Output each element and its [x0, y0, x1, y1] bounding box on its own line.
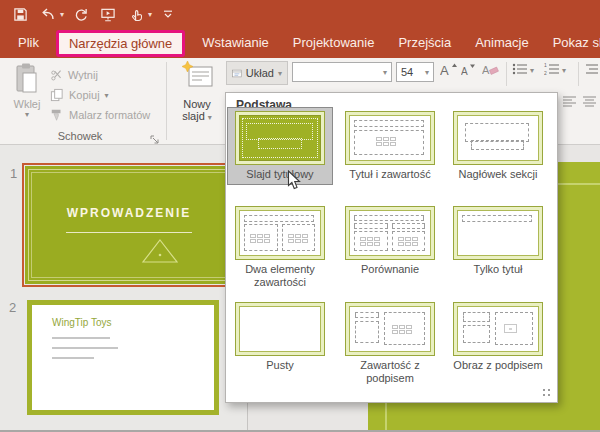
- layout-option-label: Slajd tytułowy: [228, 168, 332, 184]
- svg-text:A: A: [440, 63, 449, 77]
- slide-number: 2: [9, 300, 16, 315]
- clear-formatting-icon[interactable]: A: [482, 62, 500, 81]
- mouse-cursor: [287, 170, 301, 195]
- tab-pokaz-slajdow[interactable]: Pokaz slajdów: [541, 28, 600, 58]
- paste-dropdown-icon[interactable]: ▾: [6, 110, 48, 119]
- bullet-text-line: [52, 337, 110, 339]
- tab-narzedzia-glowne[interactable]: Narzędzia główne: [56, 30, 185, 57]
- multilevel-list-icon[interactable]: [585, 62, 599, 80]
- paste-button[interactable]: Wklej ▾: [6, 62, 48, 138]
- svg-text:1: 1: [544, 62, 547, 68]
- format-painter-button[interactable]: Malarz formatów: [50, 106, 150, 124]
- layout-option-comparison[interactable]: Porównanie: [338, 203, 442, 279]
- customize-toolbar-icon[interactable]: [156, 3, 180, 25]
- copy-button[interactable]: Kopiuj ▾: [50, 86, 109, 104]
- tab-wstawianie[interactable]: Wstawianie: [190, 28, 280, 58]
- editor-background: [248, 403, 368, 432]
- new-slide-dropdown-icon: ▾: [208, 113, 212, 122]
- copy-icon: [50, 88, 64, 102]
- align-left-icon[interactable]: [562, 94, 577, 112]
- clipboard-group-label: Schowek: [0, 130, 160, 142]
- paste-label: Wklej: [6, 98, 48, 110]
- copy-label: Kopiuj: [69, 89, 100, 101]
- layout-option-title-and-content[interactable]: Tytuł i zawartość: [338, 108, 442, 184]
- align-center-icon[interactable]: [582, 94, 597, 112]
- layout-option-label: Porównanie: [338, 263, 442, 279]
- layout-option-title-only[interactable]: Tylko tytuł: [446, 203, 550, 279]
- layout-option-label: Dwa elementy zawartości: [228, 263, 332, 292]
- layout-label: Układ: [246, 67, 274, 79]
- font-size-combobox[interactable]: 54 ▾: [396, 62, 434, 82]
- undo-dropdown-icon[interactable]: ▾: [60, 10, 64, 19]
- slide-frame-decoration: [31, 172, 227, 278]
- numbered-list-dropdown-icon[interactable]: ▾: [562, 66, 566, 75]
- slide-2-title: WingTip Toys: [52, 317, 111, 328]
- touch-mode-icon[interactable]: [124, 3, 148, 25]
- save-icon[interactable]: [8, 3, 32, 25]
- bullet-text-line: [52, 357, 94, 359]
- start-slideshow-icon[interactable]: [96, 3, 120, 25]
- ribbon-tab-bar: Plik Narzędzia główne Wstawianie Projekt…: [0, 28, 600, 58]
- layout-option-title-slide[interactable]: Slajd tytułowy: [228, 108, 332, 184]
- cut-button[interactable]: Wytnij: [50, 66, 98, 84]
- tab-animacje[interactable]: Animacje: [463, 28, 540, 58]
- slide-thumbnail-2[interactable]: WingTip Toys: [27, 300, 219, 415]
- new-slide-button[interactable]: Nowy slajd ▾: [170, 60, 224, 140]
- triangle-decoration: [140, 237, 180, 269]
- font-size-dropdown-icon[interactable]: ▾: [421, 68, 433, 77]
- bullet-text-line: [52, 347, 118, 349]
- layout-option-label: Tylko tytuł: [446, 263, 550, 279]
- slide-thumbnail-1[interactable]: WPROWADZENIE: [22, 163, 236, 287]
- layout-thumbnail: [453, 302, 543, 356]
- layout-option-picture-with-caption[interactable]: Obraz z podpisem: [446, 299, 550, 375]
- picture-placeholder-icon: [504, 324, 517, 333]
- tab-projektowanie[interactable]: Projektowanie: [281, 28, 387, 58]
- layout-option-label: Nagłówek sekcji: [446, 168, 550, 184]
- layout-thumbnail: [453, 206, 543, 260]
- layout-thumbnail: [235, 111, 325, 165]
- touch-mode-dropdown-icon[interactable]: ▾: [148, 10, 152, 19]
- layout-button[interactable]: Układ ▾: [226, 61, 288, 85]
- new-slide-label-line2: slajd: [182, 110, 205, 122]
- svg-text:A: A: [461, 66, 468, 77]
- numbered-list-icon[interactable]: 12: [544, 62, 560, 80]
- copy-dropdown-icon[interactable]: ▾: [105, 91, 109, 100]
- layout-thumbnail: [453, 111, 543, 165]
- tab-plik[interactable]: Plik: [6, 28, 51, 58]
- layout-thumbnail: [345, 302, 435, 356]
- redo-icon[interactable]: [68, 3, 92, 25]
- group-separator: [166, 62, 167, 140]
- clipboard-icon: [14, 62, 40, 94]
- slide-decoration-line: [66, 232, 192, 233]
- title-bar: ▾ ▾: [0, 0, 600, 28]
- slide-border-decoration: [558, 183, 600, 185]
- layout-option-label: Zawartość z podpisem: [338, 359, 442, 388]
- layout-option-two-content[interactable]: Dwa elementy zawartości: [228, 203, 332, 292]
- editor-background: [558, 145, 600, 162]
- layout-thumbnail: [345, 111, 435, 165]
- bullet-list-icon[interactable]: [512, 62, 528, 80]
- layout-option-label: Tytuł i zawartość: [338, 168, 442, 184]
- current-slide-edge: [558, 162, 600, 432]
- shrink-font-icon[interactable]: A: [461, 62, 477, 81]
- command-separator: [506, 62, 507, 86]
- resize-grip[interactable]: [543, 389, 551, 397]
- tab-przejscia[interactable]: Przejścia: [386, 28, 463, 58]
- svg-text:A: A: [482, 64, 490, 76]
- undo-icon[interactable]: [36, 3, 60, 25]
- layout-option-label: Obraz z podpisem: [446, 359, 550, 375]
- grow-font-icon[interactable]: A: [440, 62, 458, 81]
- cut-label: Wytnij: [68, 69, 98, 81]
- layout-option-section-header[interactable]: Nagłówek sekcji: [446, 108, 550, 184]
- font-name-combobox[interactable]: ▾: [292, 62, 392, 82]
- font-name-dropdown-icon[interactable]: ▾: [379, 68, 391, 77]
- layout-icon: [232, 67, 242, 80]
- layout-option-blank[interactable]: Pusty: [228, 299, 332, 375]
- command-separator: [578, 62, 579, 86]
- new-slide-icon: [180, 60, 214, 94]
- layout-gallery-dropdown: Podstawa Slajd tytułowy Tytuł i zawar: [225, 92, 558, 403]
- font-size-value: 54: [397, 66, 421, 78]
- bullet-list-dropdown-icon[interactable]: ▾: [530, 66, 534, 75]
- layout-option-content-with-caption[interactable]: Zawartość z podpisem: [338, 299, 442, 388]
- scissors-icon: [50, 69, 63, 82]
